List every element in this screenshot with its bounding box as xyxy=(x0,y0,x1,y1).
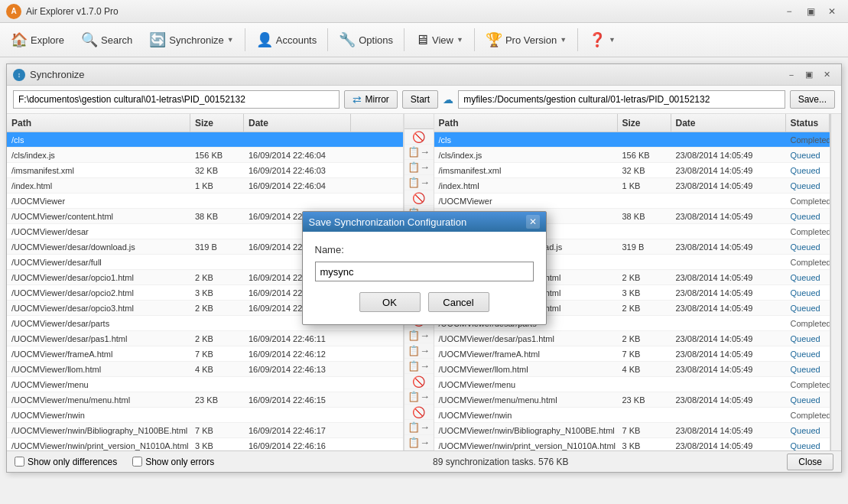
separator-4 xyxy=(474,28,475,51)
help-dropdown-arrow: ▼ xyxy=(609,36,616,44)
search-label: Search xyxy=(101,34,132,46)
separator-2 xyxy=(327,28,328,51)
modal-title: Save Synchronization Configuration xyxy=(309,216,526,228)
view-icon: 🖥 xyxy=(415,32,429,48)
modal-name-input[interactable] xyxy=(315,262,534,281)
modal-ok-button[interactable]: OK xyxy=(359,292,421,312)
explore-label: Explore xyxy=(31,34,64,46)
synchronize-label: Synchronize xyxy=(169,34,224,46)
search-menu-item[interactable]: 🔍 Search xyxy=(73,26,140,54)
app-title: Air Explorer v1.7.0 Pro xyxy=(26,6,779,17)
menu-bar: 🏠 Explore 🔍 Search 🔄 Synchronize ▼ 👤 Acc… xyxy=(0,23,848,57)
synchronize-dropdown-arrow: ▼ xyxy=(227,36,234,44)
accounts-menu-item[interactable]: 👤 Accounts xyxy=(249,26,324,54)
close-button[interactable]: ✕ xyxy=(822,4,842,19)
pro-version-menu-item[interactable]: 🏆 Pro Version ▼ xyxy=(478,26,574,54)
explore-icon: 🏠 xyxy=(11,31,28,48)
options-label: Options xyxy=(359,34,393,46)
synchronize-menu-item[interactable]: 🔄 Synchronize ▼ xyxy=(141,26,241,54)
pro-icon: 🏆 xyxy=(486,31,502,48)
modal-buttons: OK Cancel xyxy=(315,292,534,312)
app-icon: A xyxy=(6,4,21,19)
synchronize-icon: 🔄 xyxy=(149,31,166,48)
minimize-button[interactable]: − xyxy=(779,4,799,19)
accounts-label: Accounts xyxy=(276,34,317,46)
separator-5 xyxy=(577,28,578,51)
search-icon: 🔍 xyxy=(81,31,98,48)
maximize-button[interactable]: ▣ xyxy=(801,4,820,19)
separator-1 xyxy=(245,28,245,51)
save-config-modal: Save Synchronization Configuration ✕ Nam… xyxy=(302,211,547,325)
help-menu-item[interactable]: ❓ ▼ xyxy=(581,26,623,54)
pro-version-label: Pro Version xyxy=(505,34,557,46)
modal-close-button[interactable]: ✕ xyxy=(526,215,540,229)
modal-title-bar: Save Synchronization Configuration ✕ xyxy=(303,212,546,232)
title-bar-controls: − ▣ ✕ xyxy=(779,4,842,19)
modal-cancel-button[interactable]: Cancel xyxy=(428,292,489,312)
view-label: View xyxy=(432,34,453,46)
accounts-icon: 👤 xyxy=(256,31,273,48)
modal-overlay: Save Synchronization Configuration ✕ Nam… xyxy=(7,64,841,472)
options-icon: 🔧 xyxy=(339,31,356,48)
separator-3 xyxy=(404,28,405,51)
view-dropdown-arrow: ▼ xyxy=(456,36,463,44)
help-icon: ❓ xyxy=(589,31,606,48)
modal-body: Name: OK Cancel xyxy=(303,232,546,324)
sync-window: ↕ Synchronize − ▣ ✕ ⇄ Mirror Start ☁ Sav… xyxy=(6,63,842,473)
view-menu-item[interactable]: 🖥 View ▼ xyxy=(408,26,471,54)
explore-menu-item[interactable]: 🏠 Explore xyxy=(3,26,72,54)
pro-dropdown-arrow: ▼ xyxy=(560,36,567,44)
title-bar: A Air Explorer v1.7.0 Pro − ▣ ✕ xyxy=(0,0,848,23)
modal-name-label: Name: xyxy=(315,244,534,255)
options-menu-item[interactable]: 🔧 Options xyxy=(331,26,401,54)
